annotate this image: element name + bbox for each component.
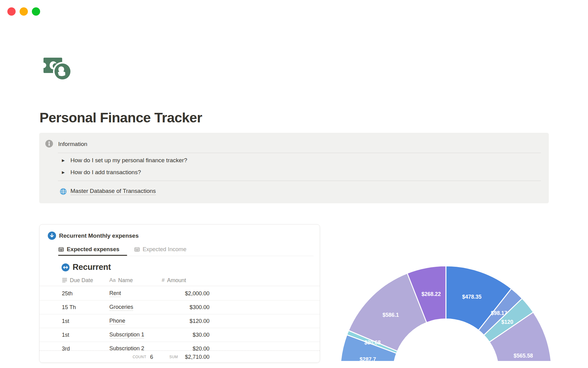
donut-segment-label: $586.1 [383,312,399,318]
tab-label: Expected expenses [67,246,119,253]
card-title: Recurrent Monthly expenses [59,232,139,239]
callout-divider [58,181,541,181]
donut-segment-label: $268.22 [421,291,441,297]
count-value[interactable]: 6 [150,354,153,360]
arrow-down-circle-icon [48,232,56,240]
donut-segment-label: $565.58 [514,353,533,359]
column-header-due-date[interactable]: Due Date [62,277,93,283]
column-header-name[interactable]: Aa Name [109,277,133,283]
cell-due-date[interactable]: 15 Th [62,304,76,311]
tab-expected-expenses[interactable]: Expected expenses [58,246,119,253]
cell-name[interactable]: Groceries [109,304,133,311]
donut-segment-label: $478.35 [462,294,482,300]
cell-due-date[interactable]: 25th [62,290,73,297]
table-view-icon [58,247,64,252]
donut-segment-label: $30.68 [364,339,381,346]
cell-due-date[interactable]: 1st [62,318,69,324]
toggle-triangle-icon[interactable]: ▶ [62,158,66,163]
information-callout: Information ▶ How do I set up my persona… [39,133,549,203]
cell-amount[interactable]: $30.00 [162,332,209,338]
zoom-window-button[interactable] [32,7,40,16]
callout-title: Information [58,141,87,147]
cell-name[interactable]: Subscription 1 [109,332,144,339]
table-calculation-row: COUNT 6 SUM $2,710.00 [40,351,320,363]
donut-segment-label: $120 [501,319,513,325]
sum-label[interactable]: SUM [169,355,178,359]
table-row[interactable]: 1stSubscription 1$30.00 [40,328,320,342]
cell-name[interactable]: Phone [109,318,125,325]
toggle-label: How do I add transactions? [70,169,141,176]
table-body: 25thRent$2,000.0015 ThGroceries$300.001s… [40,287,320,355]
callout-divider [58,153,541,153]
cell-amount[interactable]: $300.00 [162,304,209,311]
cell-name[interactable]: Rent [109,290,121,297]
master-database-link[interactable]: Master Database of Transactions [70,188,156,195]
window-controls [7,7,40,16]
table-row[interactable]: 25thRent$2,000.00 [40,287,320,301]
page-title[interactable]: Personal Finance Tracker [40,110,202,126]
toggle-triangle-icon[interactable]: ▶ [62,170,66,174]
active-tab-indicator [58,255,127,256]
toggle-setup-question[interactable]: ▶ How do I set up my personal finance tr… [62,156,187,165]
recurrent-section-header: Recurrent [62,263,111,272]
column-label: Amount [167,277,186,283]
cell-amount[interactable]: $120.00 [162,318,209,324]
table-row[interactable]: 1stPhone$120.00 [40,314,320,328]
table-header-divider [40,286,320,286]
recurrent-expenses-card: Recurrent Monthly expenses Expected expe… [39,224,320,363]
toggle-label: How do I set up my personal finance trac… [70,157,187,164]
close-window-button[interactable] [7,7,16,16]
cell-amount[interactable]: $2,000.00 [162,290,209,297]
donut-segment-label: $287.7 [360,356,376,361]
section-title[interactable]: Recurrent [73,263,111,272]
sum-value[interactable]: $2,710.00 [180,354,209,360]
minimize-window-button[interactable] [20,7,28,16]
count-label[interactable]: COUNT [133,355,146,359]
left-right-arrow-circle-icon [62,263,70,271]
column-header-amount[interactable]: # Amount [162,277,186,283]
table-view-icon [134,247,140,252]
tab-expected-income[interactable]: Expected Income [134,246,187,253]
card-header: Recurrent Monthly expenses [40,224,320,243]
lines-icon [62,278,67,283]
donut-chart-svg: $478.35$98.17$120$565.58$268.22$586.1$30… [340,264,554,361]
globe-icon [59,188,67,195]
toggle-add-transactions-question[interactable]: ▶ How do I add transactions? [62,168,141,177]
master-database-link-row[interactable]: Master Database of Transactions [59,187,156,196]
page-money-icon[interactable] [43,56,72,81]
notion-page: { "window": { "traffic_light_colors": ["… [0,0,588,368]
cell-due-date[interactable]: 1st [62,332,69,338]
column-label: Name [118,277,133,283]
view-tabs: Expected expenses Expected Income [58,243,187,255]
donut-segment-label: $98.17 [491,310,507,316]
column-label: Due Date [70,277,93,283]
expenses-donut-chart: $478.35$98.17$120$565.58$268.22$586.1$30… [340,264,554,361]
tab-label: Expected Income [143,246,187,253]
table-row[interactable]: 15 ThGroceries$300.00 [40,301,320,314]
table-header: Due Date Aa Name # Amount [40,274,320,286]
text-property-icon: Aa [109,277,116,283]
tabs-baseline [58,256,314,256]
info-icon [45,140,53,148]
number-property-icon: # [162,277,164,283]
